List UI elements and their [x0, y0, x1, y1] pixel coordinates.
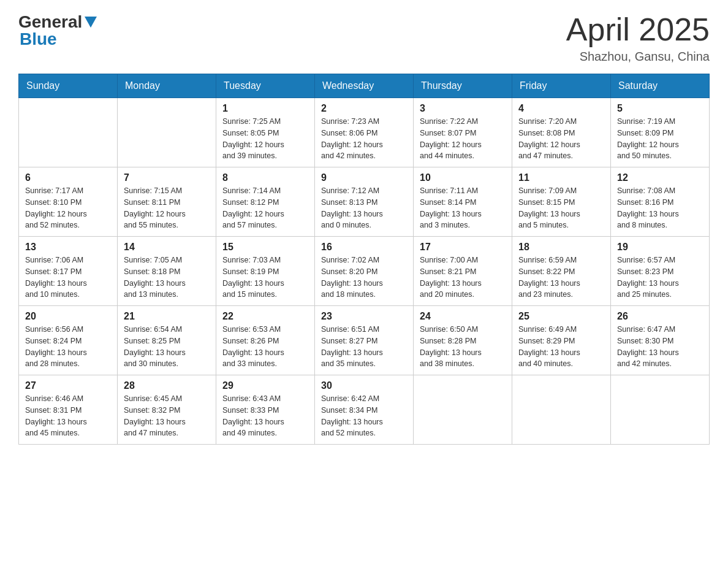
calendar-cell	[611, 375, 710, 445]
day-number: 9	[321, 172, 407, 183]
calendar-cell: 21Sunrise: 6:54 AMSunset: 8:25 PMDayligh…	[118, 306, 216, 375]
day-info: Sunrise: 6:42 AMSunset: 8:34 PMDaylight:…	[321, 393, 407, 439]
calendar-cell: 3Sunrise: 7:22 AMSunset: 8:07 PMDaylight…	[414, 98, 512, 167]
calendar-cell: 30Sunrise: 6:42 AMSunset: 8:34 PMDayligh…	[315, 375, 414, 445]
day-header-saturday: Saturday	[611, 74, 710, 98]
day-number: 5	[617, 103, 703, 114]
calendar-cell: 4Sunrise: 7:20 AMSunset: 8:08 PMDaylight…	[512, 98, 611, 167]
day-info: Sunrise: 7:17 AMSunset: 8:10 PMDaylight:…	[25, 185, 111, 231]
calendar-cell: 22Sunrise: 6:53 AMSunset: 8:26 PMDayligh…	[216, 306, 315, 375]
day-number: 26	[617, 311, 703, 322]
calendar-cell: 23Sunrise: 6:51 AMSunset: 8:27 PMDayligh…	[315, 306, 414, 375]
day-number: 24	[420, 311, 506, 322]
day-info: Sunrise: 7:15 AMSunset: 8:11 PMDaylight:…	[124, 185, 210, 231]
calendar-cell: 7Sunrise: 7:15 AMSunset: 8:11 PMDaylight…	[118, 167, 216, 237]
week-row-5: 27Sunrise: 6:46 AMSunset: 8:31 PMDayligh…	[19, 375, 710, 445]
day-info: Sunrise: 6:57 AMSunset: 8:23 PMDaylight:…	[617, 255, 703, 301]
calendar-cell: 16Sunrise: 7:02 AMSunset: 8:20 PMDayligh…	[315, 237, 414, 306]
logo-arrow-icon	[85, 17, 97, 29]
day-number: 19	[617, 242, 703, 253]
day-info: Sunrise: 7:09 AMSunset: 8:15 PMDaylight:…	[518, 185, 604, 231]
day-info: Sunrise: 7:05 AMSunset: 8:18 PMDaylight:…	[124, 255, 210, 301]
day-info: Sunrise: 6:56 AMSunset: 8:24 PMDaylight:…	[25, 324, 111, 370]
day-number: 14	[124, 242, 210, 253]
day-info: Sunrise: 7:14 AMSunset: 8:12 PMDaylight:…	[222, 185, 308, 231]
day-info: Sunrise: 6:45 AMSunset: 8:32 PMDaylight:…	[124, 393, 210, 439]
day-info: Sunrise: 6:50 AMSunset: 8:28 PMDaylight:…	[420, 324, 506, 370]
location-subtitle: Shazhou, Gansu, China	[566, 50, 710, 64]
day-info: Sunrise: 6:53 AMSunset: 8:26 PMDaylight:…	[222, 324, 308, 370]
day-number: 15	[222, 242, 308, 253]
day-info: Sunrise: 7:25 AMSunset: 8:05 PMDaylight:…	[222, 116, 308, 162]
week-row-2: 6Sunrise: 7:17 AMSunset: 8:10 PMDaylight…	[19, 167, 710, 237]
day-info: Sunrise: 7:23 AMSunset: 8:06 PMDaylight:…	[321, 116, 407, 162]
week-row-3: 13Sunrise: 7:06 AMSunset: 8:17 PMDayligh…	[19, 237, 710, 306]
calendar-cell: 28Sunrise: 6:45 AMSunset: 8:32 PMDayligh…	[118, 375, 216, 445]
logo-blue-text: Blue	[20, 29, 57, 48]
day-number: 27	[25, 380, 111, 391]
day-info: Sunrise: 7:12 AMSunset: 8:13 PMDaylight:…	[321, 185, 407, 231]
day-number: 2	[321, 103, 407, 114]
calendar-cell: 26Sunrise: 6:47 AMSunset: 8:30 PMDayligh…	[611, 306, 710, 375]
calendar-cell: 10Sunrise: 7:11 AMSunset: 8:14 PMDayligh…	[414, 167, 512, 237]
day-header-thursday: Thursday	[414, 74, 512, 98]
week-row-1: 1Sunrise: 7:25 AMSunset: 8:05 PMDaylight…	[19, 98, 710, 167]
day-number: 13	[25, 242, 111, 253]
day-number: 11	[518, 172, 604, 183]
calendar-cell: 24Sunrise: 6:50 AMSunset: 8:28 PMDayligh…	[414, 306, 512, 375]
day-number: 1	[222, 103, 308, 114]
day-info: Sunrise: 7:20 AMSunset: 8:08 PMDaylight:…	[518, 116, 604, 162]
day-header-wednesday: Wednesday	[315, 74, 414, 98]
calendar-cell: 19Sunrise: 6:57 AMSunset: 8:23 PMDayligh…	[611, 237, 710, 306]
day-number: 6	[25, 172, 111, 183]
day-info: Sunrise: 6:51 AMSunset: 8:27 PMDaylight:…	[321, 324, 407, 370]
day-info: Sunrise: 7:03 AMSunset: 8:19 PMDaylight:…	[222, 255, 308, 301]
calendar-cell: 17Sunrise: 7:00 AMSunset: 8:21 PMDayligh…	[414, 237, 512, 306]
calendar-header-row: SundayMondayTuesdayWednesdayThursdayFrid…	[19, 74, 710, 98]
page-header: General Blue April 2025 Shazhou, Gansu, …	[18, 12, 710, 64]
day-info: Sunrise: 6:46 AMSunset: 8:31 PMDaylight:…	[25, 393, 111, 439]
calendar-cell: 11Sunrise: 7:09 AMSunset: 8:15 PMDayligh…	[512, 167, 611, 237]
day-info: Sunrise: 6:47 AMSunset: 8:30 PMDaylight:…	[617, 324, 703, 370]
day-info: Sunrise: 7:00 AMSunset: 8:21 PMDaylight:…	[420, 255, 506, 301]
day-info: Sunrise: 6:43 AMSunset: 8:33 PMDaylight:…	[222, 393, 308, 439]
calendar-cell	[118, 98, 216, 167]
calendar-cell: 20Sunrise: 6:56 AMSunset: 8:24 PMDayligh…	[19, 306, 118, 375]
day-info: Sunrise: 6:54 AMSunset: 8:25 PMDaylight:…	[124, 324, 210, 370]
day-number: 12	[617, 172, 703, 183]
day-number: 10	[420, 172, 506, 183]
day-info: Sunrise: 7:08 AMSunset: 8:16 PMDaylight:…	[617, 185, 703, 231]
calendar-cell: 25Sunrise: 6:49 AMSunset: 8:29 PMDayligh…	[512, 306, 611, 375]
day-info: Sunrise: 7:02 AMSunset: 8:20 PMDaylight:…	[321, 255, 407, 301]
calendar-cell: 8Sunrise: 7:14 AMSunset: 8:12 PMDaylight…	[216, 167, 315, 237]
day-header-tuesday: Tuesday	[216, 74, 315, 98]
day-number: 16	[321, 242, 407, 253]
day-header-monday: Monday	[118, 74, 216, 98]
day-number: 22	[222, 311, 308, 322]
calendar-cell: 18Sunrise: 6:59 AMSunset: 8:22 PMDayligh…	[512, 237, 611, 306]
day-info: Sunrise: 7:06 AMSunset: 8:17 PMDaylight:…	[25, 255, 111, 301]
calendar-cell: 15Sunrise: 7:03 AMSunset: 8:19 PMDayligh…	[216, 237, 315, 306]
day-number: 23	[321, 311, 407, 322]
calendar-title-area: April 2025 Shazhou, Gansu, China	[566, 12, 710, 64]
calendar-cell	[19, 98, 118, 167]
day-number: 7	[124, 172, 210, 183]
day-number: 3	[420, 103, 506, 114]
day-info: Sunrise: 7:11 AMSunset: 8:14 PMDaylight:…	[420, 185, 506, 231]
day-number: 28	[124, 380, 210, 391]
day-number: 29	[222, 380, 308, 391]
day-number: 30	[321, 380, 407, 391]
calendar-table: SundayMondayTuesdayWednesdayThursdayFrid…	[18, 74, 710, 445]
day-info: Sunrise: 7:22 AMSunset: 8:07 PMDaylight:…	[420, 116, 506, 162]
day-info: Sunrise: 6:49 AMSunset: 8:29 PMDaylight:…	[518, 324, 604, 370]
calendar-cell: 29Sunrise: 6:43 AMSunset: 8:33 PMDayligh…	[216, 375, 315, 445]
svg-marker-0	[85, 17, 97, 28]
day-number: 4	[518, 103, 604, 114]
logo: General Blue	[18, 12, 97, 49]
day-header-sunday: Sunday	[19, 74, 118, 98]
day-number: 25	[518, 311, 604, 322]
month-year-title: April 2025	[566, 12, 710, 47]
day-number: 8	[222, 172, 308, 183]
calendar-cell: 13Sunrise: 7:06 AMSunset: 8:17 PMDayligh…	[19, 237, 118, 306]
calendar-cell: 14Sunrise: 7:05 AMSunset: 8:18 PMDayligh…	[118, 237, 216, 306]
